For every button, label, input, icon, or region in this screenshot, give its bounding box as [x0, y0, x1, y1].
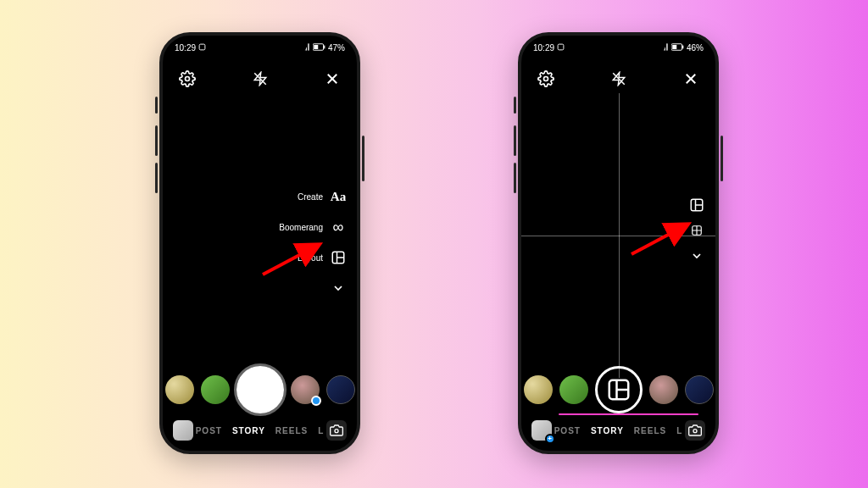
shutter-button[interactable] — [236, 366, 284, 413]
notch — [213, 36, 308, 54]
mode-live[interactable]: L — [318, 426, 324, 435]
side-power-button — [362, 136, 364, 181]
svg-rect-4 — [308, 43, 309, 50]
svg-rect-7 — [324, 45, 325, 48]
svg-line-18 — [263, 246, 317, 274]
filter-thumb-1[interactable] — [165, 375, 194, 404]
tool-boomerang[interactable]: Boomerang ∞ — [279, 219, 347, 236]
flash-off-icon[interactable] — [251, 69, 270, 88]
filter-thumb-2[interactable] — [201, 375, 230, 404]
svg-rect-23 — [666, 43, 667, 50]
svg-rect-6 — [314, 45, 318, 49]
annotation-arrow-left — [259, 241, 326, 278]
settings-icon[interactable] — [178, 69, 197, 88]
progress-bar — [559, 413, 698, 415]
flash-off-icon[interactable] — [609, 69, 628, 88]
side-volume-up — [514, 125, 516, 156]
chevron-down-icon — [330, 280, 347, 297]
svg-rect-26 — [682, 45, 683, 48]
mode-tabs: POST STORY REELS L — [196, 426, 325, 435]
mode-reels[interactable]: REELS — [634, 426, 666, 435]
filter-strip — [521, 366, 715, 413]
settings-icon[interactable] — [537, 69, 555, 88]
status-time: 10:29 — [175, 43, 196, 53]
annotation-arrow-right — [628, 220, 694, 258]
status-time: 10:29 — [533, 43, 554, 53]
filter-strip — [163, 366, 357, 413]
mode-post[interactable]: POST — [196, 426, 222, 435]
mode-post[interactable]: POST — [554, 426, 581, 435]
battery-icon — [313, 43, 326, 53]
filter-thumb-2[interactable] — [559, 375, 588, 404]
text-icon: Aa — [330, 188, 347, 205]
mode-live[interactable]: L — [676, 426, 682, 435]
filter-thumb-1[interactable] — [524, 375, 553, 404]
svg-point-27 — [544, 77, 548, 81]
bottom-bar: POST STORY REELS L — [163, 419, 357, 442]
mode-tabs: POST STORY REELS L — [554, 426, 683, 435]
battery-percent: 47% — [328, 43, 345, 53]
side-volume-up — [155, 125, 158, 156]
new-badge-icon — [311, 396, 321, 406]
battery-icon — [671, 43, 684, 53]
close-icon[interactable] — [682, 69, 700, 88]
side-power-button — [721, 136, 723, 181]
close-icon[interactable] — [323, 69, 342, 88]
gallery-button[interactable]: + — [531, 420, 552, 441]
filter-thumb-3-wrap[interactable] — [291, 375, 320, 404]
side-volume-down — [155, 163, 158, 193]
layout-icon — [330, 249, 347, 266]
top-controls — [163, 66, 357, 92]
bottom-bar: + POST STORY REELS L — [521, 419, 715, 442]
phone-left: 10:29 47% — [159, 32, 360, 454]
filter-thumb-4[interactable] — [326, 375, 355, 404]
side-volume-down — [514, 163, 516, 193]
camera-switch-button[interactable] — [685, 420, 705, 441]
svg-rect-25 — [672, 45, 676, 49]
status-app-icon — [198, 43, 206, 53]
layout-option-1[interactable] — [688, 197, 705, 214]
shutter-button-layout[interactable] — [595, 366, 643, 413]
svg-point-8 — [186, 77, 190, 81]
top-controls — [521, 66, 715, 92]
create-label: Create — [298, 192, 323, 202]
notch — [571, 36, 666, 54]
layout-icon-split — [688, 197, 705, 214]
svg-line-43 — [632, 225, 686, 254]
gallery-button[interactable] — [173, 420, 193, 441]
svg-rect-0 — [199, 44, 205, 50]
side-silence-switch — [514, 97, 516, 114]
status-app-icon — [557, 43, 565, 53]
battery-percent: 46% — [687, 43, 704, 53]
svg-point-41 — [693, 430, 697, 433]
filter-thumb-4[interactable] — [685, 375, 714, 404]
mode-reels[interactable]: REELS — [275, 426, 308, 435]
infinity-icon: ∞ — [330, 219, 347, 236]
boomerang-label: Boomerang — [279, 223, 323, 232]
camera-switch-button[interactable] — [326, 420, 347, 441]
add-badge-icon: + — [545, 434, 555, 444]
phone-right: 10:29 46% — [518, 32, 719, 454]
svg-point-16 — [335, 430, 338, 433]
tools-expand[interactable] — [330, 280, 347, 297]
mode-story[interactable]: STORY — [591, 426, 624, 435]
filter-thumb-3[interactable] — [649, 375, 678, 404]
side-silence-switch — [155, 97, 158, 114]
svg-rect-19 — [558, 44, 564, 50]
tool-create[interactable]: Create Aa — [298, 188, 347, 205]
mode-story[interactable]: STORY — [232, 426, 265, 435]
